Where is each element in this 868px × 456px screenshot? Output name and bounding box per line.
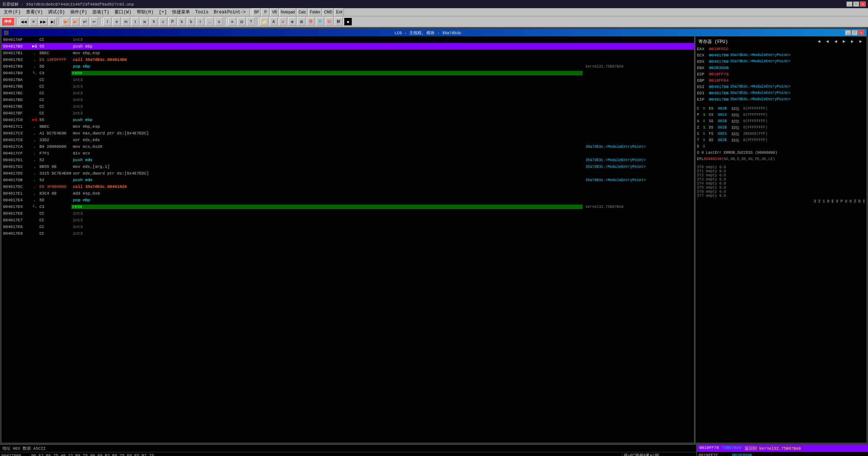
disasm-row[interactable]: 004017B9└.C3retn <box>1 70 694 76</box>
stop2-button[interactable]: ✕ <box>29 17 38 26</box>
stop-button[interactable]: 停停 <box>1 17 14 26</box>
tb8[interactable]: t <box>131 17 139 26</box>
p-button[interactable]: P <box>261 8 270 16</box>
cmd-button[interactable]: CMD <box>323 8 334 16</box>
disasm-row[interactable]: 004017BFCCint3 <box>1 110 694 117</box>
tb2[interactable]: ▶! <box>71 17 80 26</box>
tb12[interactable]: P <box>168 17 177 26</box>
disasm-row[interactable]: 004017BCCCint3 <box>1 90 694 97</box>
disasm-row[interactable]: 004017C1.8BECmov ebp,esp <box>1 123 694 130</box>
disasm-row[interactable]: 004017BACCint3 <box>1 76 694 83</box>
register-value[interactable]: 0019FFCC <box>709 47 729 51</box>
main-minimize[interactable]: _ <box>845 30 851 35</box>
disasm-row[interactable]: 004017B3.E8 18FDFFFFcall 35a7db3c.004014… <box>1 56 694 63</box>
run-button[interactable]: ◀◀ <box>19 17 28 26</box>
menu-help[interactable]: 帮助(H) <box>135 8 156 16</box>
bp-button[interactable]: BP <box>252 8 261 16</box>
step-button[interactable]: ▶▶ <box>39 17 48 26</box>
calc-button[interactable]: Calc <box>297 8 307 16</box>
register-value[interactable]: 004017B0 <box>709 53 729 58</box>
tb18[interactable]: ≡ <box>228 17 236 26</box>
menu-options[interactable]: 选项(T) <box>90 8 112 16</box>
disasm-row[interactable]: 004017AFCCint3 <box>1 36 694 43</box>
tb7[interactable]: m <box>122 17 130 26</box>
disasm-row[interactable]: 004017E6CCint3 <box>1 210 694 217</box>
menu-debug[interactable]: 调试(D) <box>46 8 67 16</box>
main-maximize[interactable]: □ <box>852 30 858 35</box>
tb15[interactable]: r <box>196 17 204 26</box>
menu-view[interactable]: 查看(V) <box>24 8 45 16</box>
reg-nav-right2[interactable]: ▶ <box>851 39 854 44</box>
minimize-button[interactable]: _ <box>846 1 852 7</box>
disasm-row[interactable]: 004017D1.52push edx35a7db3c.<ModuleEntry… <box>1 157 694 163</box>
tb27[interactable]: 爱 <box>316 17 324 26</box>
register-value[interactable]: 0019FF84 <box>709 78 729 83</box>
disasm-row[interactable]: 004017DB.52push edx35a7db3c.<ModuleEntry… <box>1 177 694 183</box>
tb24[interactable]: ⊕ <box>288 17 296 26</box>
disasm-row[interactable]: 004017E5└.C3retnkernel32.75B67BA9 <box>1 203 694 210</box>
disasm-row[interactable]: 004017DC.E8 3F000000call 35a7db3c.004018… <box>1 183 694 190</box>
register-value[interactable]: 004017B0 <box>709 59 729 64</box>
disasm-panel[interactable]: 004017AFCCint3004017B0►$55push ebp004017… <box>1 36 695 443</box>
register-value[interactable]: 004017B0 <box>709 85 729 89</box>
disasm-row[interactable]: 004017CA.B9 20000000mov ecx,0x2035a7db3c… <box>1 143 694 150</box>
tb19[interactable]: ⊟ <box>238 17 246 26</box>
tb17[interactable]: s <box>215 17 223 26</box>
disasm-row[interactable]: 004017BDCCint3 <box>1 97 694 103</box>
menu-window[interactable]: 窗口(W) <box>112 8 134 16</box>
disasm-row[interactable]: 004017E9CCint3 <box>1 230 694 237</box>
disasm-row[interactable]: 004017B0►$55push ebp <box>1 43 694 50</box>
menu-plus[interactable]: [+] <box>157 9 169 16</box>
tb5[interactable]: l <box>103 17 112 26</box>
tb14[interactable]: b <box>187 17 195 26</box>
stack-row[interactable]: 0019FF7C002B3000 <box>697 452 868 456</box>
disasm-row[interactable]: 004017B1.8BECmov ebp,esp <box>1 50 694 56</box>
menu-plugin[interactable]: 插件(P) <box>68 8 90 16</box>
close-button[interactable]: ✕ <box>860 1 866 7</box>
tb3[interactable]: ⊳! <box>81 17 89 26</box>
tb26[interactable]: 吾 <box>307 17 315 26</box>
disasm-row[interactable]: 004017C3.A1 DC7E4E00mov eax,dword ptr ds… <box>1 130 694 137</box>
tb28[interactable]: 破 <box>325 17 333 26</box>
main-close[interactable]: ✕ <box>858 30 864 35</box>
tb25[interactable]: ⊞ <box>297 17 306 26</box>
register-value[interactable]: 004017B0 <box>709 97 729 102</box>
disasm-row[interactable]: 004017E1.83C4 08add esp,0x8 <box>1 190 694 197</box>
disasm-row[interactable]: 004017CF.F7F1div ecx <box>1 150 694 157</box>
tb16[interactable]: ... <box>206 17 214 26</box>
register-value[interactable]: 002B3000 <box>709 66 729 70</box>
menu-breakpoint[interactable]: BreakPoint-> <box>212 9 248 16</box>
reg-nav-left1[interactable]: ◀ <box>818 39 820 44</box>
tb6[interactable]: e <box>113 17 121 26</box>
disasm-row[interactable]: 004017E7CCint3 <box>1 217 694 224</box>
reg-nav-right1[interactable]: ▶ <box>843 39 845 44</box>
tb1[interactable]: |▶! <box>62 17 70 26</box>
disasm-row[interactable]: 004017E8CCint3 <box>1 224 694 230</box>
tb20[interactable]: ? <box>247 17 255 26</box>
tb10[interactable]: h <box>150 17 158 26</box>
vb-button[interactable]: VB <box>270 8 278 16</box>
tb11[interactable]: c <box>159 17 167 26</box>
disasm-row[interactable]: 004017BECCint3 <box>1 103 694 110</box>
menu-tools[interactable]: Tools <box>193 9 211 16</box>
hex-row[interactable]: 0047700090 E7 B6 75 40 22 B8 75 90 F0 B2… <box>0 452 696 456</box>
disasm-row[interactable]: 004017D5.3315 DC7E4E00xor edx,dword ptr … <box>1 170 694 177</box>
disasm-row[interactable]: 004017E4.5Dpop ebp <box>1 197 694 203</box>
tb4[interactable]: ↩ <box>90 17 98 26</box>
tb21[interactable]: 📁 <box>260 17 268 26</box>
exit-button[interactable]: Exit <box>335 8 344 16</box>
notepad-button[interactable]: Notepad <box>279 8 296 16</box>
register-value[interactable]: 004017B0 <box>709 91 729 95</box>
tb30[interactable]: ■ <box>344 17 352 26</box>
stack-panel[interactable]: 0019FF78 75B67BA9 返回到 kernel32.75B67BA9 … <box>697 445 868 456</box>
step2-button[interactable]: ▶| <box>49 17 57 26</box>
tb9[interactable]: w <box>141 17 149 26</box>
disasm-row[interactable]: 004017C8.33D2xor edx,edx <box>1 137 694 143</box>
reg-nav-left2[interactable]: ◀ <box>826 39 829 44</box>
menu-file[interactable]: 文件(F) <box>1 8 23 16</box>
reg-nav-right3[interactable]: ▶ <box>859 39 862 44</box>
tb13[interactable]: k <box>178 17 186 26</box>
disasm-row[interactable]: 004017D2.8B55 08mov edx,[arg.1]35a7db3c.… <box>1 163 694 170</box>
tb29[interactable]: 解 <box>335 17 343 26</box>
maximize-button[interactable]: □ <box>853 1 859 7</box>
